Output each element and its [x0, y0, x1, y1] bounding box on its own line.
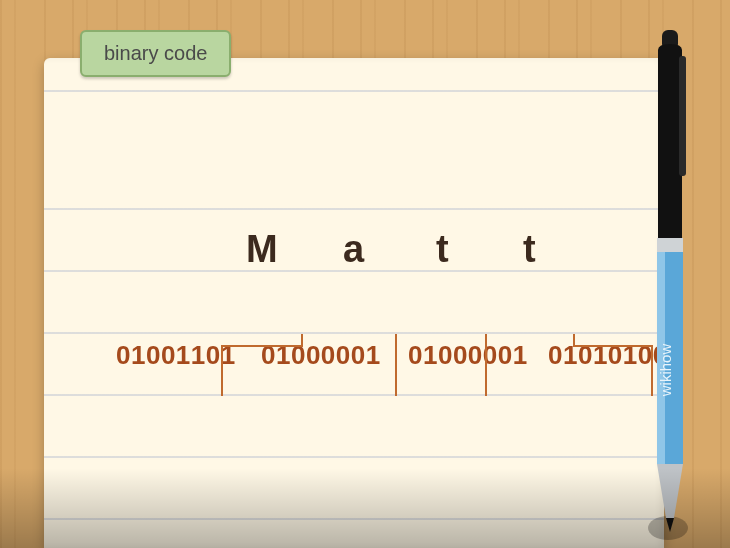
binary-M: 01001101 [116, 340, 236, 371]
svg-marker-9 [666, 518, 674, 532]
wood-desk: M a t t 01001101 01000001 01000001 01010… [0, 0, 730, 548]
svg-rect-3 [662, 30, 678, 50]
letter-t2: t [523, 228, 536, 271]
letter-M: M [246, 228, 278, 271]
notepad-paper: M a t t 01001101 01000001 01000001 01010… [44, 58, 664, 548]
svg-rect-4 [679, 56, 686, 176]
letter-t1: t [436, 228, 449, 271]
binary-a: 01000001 [261, 340, 381, 371]
binary-t1: 01000001 [408, 340, 528, 371]
title-tag: binary code [80, 30, 231, 77]
paper-rulings [44, 58, 664, 548]
binary-t2: 01010100 [548, 340, 668, 371]
letter-a: a [343, 228, 364, 271]
